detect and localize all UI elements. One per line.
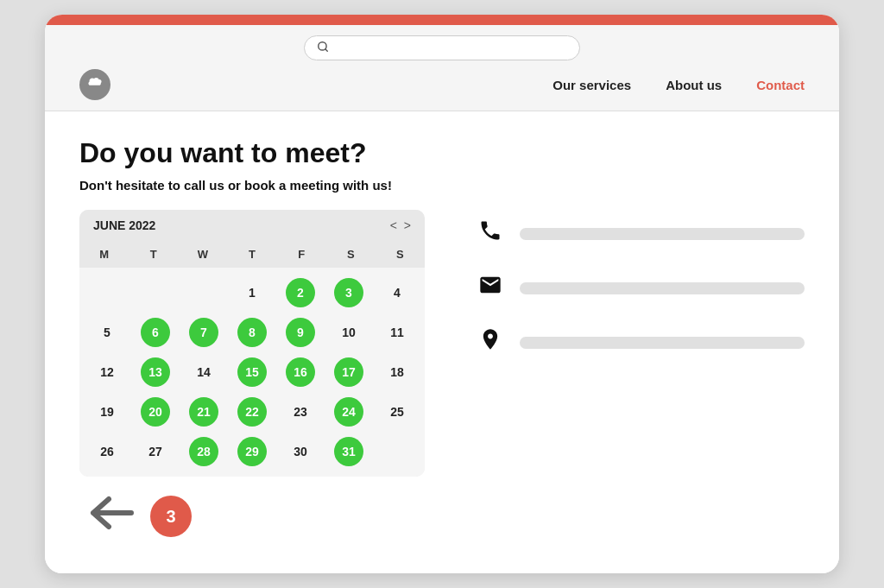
day-22[interactable]: 22 [237,397,267,427]
day-5[interactable]: 5 [92,318,122,347]
day-22-cell[interactable]: 22 [228,394,276,430]
day-15-cell[interactable]: 15 [228,354,276,390]
main-section: JUNE 2022 < > M T W T F [79,210,805,539]
day-3-cell[interactable]: 3 [325,275,373,311]
day-28-cell[interactable]: 28 [180,433,228,470]
phone-info-bar [520,228,805,240]
day-21[interactable]: 21 [189,397,218,427]
nav-link-about[interactable]: About us [666,78,722,92]
day-20[interactable]: 20 [141,397,170,427]
day-31[interactable]: 31 [334,437,363,466]
badge-value: 3 [166,507,175,527]
page-title: Do you want to meet? [79,137,805,169]
day-7-cell[interactable]: 7 [180,314,228,351]
calendar-prev[interactable]: < [390,218,397,232]
day-6[interactable]: 6 [141,318,170,347]
day-17[interactable]: 17 [334,357,363,387]
day-9[interactable]: 9 [286,318,315,347]
day-23-cell[interactable]: 23 [276,394,325,430]
nav-link-services[interactable]: Our services [552,78,631,92]
logo-area [79,69,110,100]
day-1[interactable]: 1 [237,278,267,307]
day-25-cell[interactable]: 25 [373,394,421,430]
page-subtitle: Don't hesitate to call us or book a meet… [79,178,805,193]
day-26[interactable]: 26 [92,437,122,466]
day-16-cell[interactable]: 16 [276,354,325,390]
day-25[interactable]: 25 [382,397,412,427]
day-1-cell[interactable]: 1 [228,275,276,311]
day-5-cell[interactable]: 5 [83,314,131,351]
calendar-next[interactable]: > [404,218,411,232]
search-bar[interactable] [304,35,580,60]
day-8[interactable]: 8 [237,318,267,347]
day-2[interactable]: 2 [286,278,315,307]
day-19[interactable]: 19 [92,397,122,427]
day-2-cell[interactable]: 2 [276,275,325,311]
day-6-cell[interactable]: 6 [131,314,180,351]
notification-badge: 3 [150,496,192,537]
day-10-cell[interactable]: 10 [325,314,373,351]
weekday-t1: T [129,241,178,268]
day-13-cell[interactable]: 13 [131,354,180,390]
day-27-cell[interactable]: 27 [131,433,180,470]
day-10[interactable]: 10 [334,318,363,347]
day-28[interactable]: 28 [189,437,218,466]
browser-chrome: Our services About us Contact [45,25,839,111]
day-16[interactable]: 16 [286,357,315,387]
day-13[interactable]: 13 [141,357,170,387]
email-icon [477,273,504,303]
day-4-cell[interactable]: 4 [373,275,421,311]
svg-line-1 [325,49,328,52]
day-4[interactable]: 4 [382,278,412,307]
arrow-badge-section: 3 [88,494,425,539]
day-18[interactable]: 18 [382,357,412,387]
day-cell: 0 [131,275,180,311]
calendar-nav[interactable]: < > [390,218,411,232]
day-17-cell[interactable]: 17 [325,354,373,390]
day-30[interactable]: 30 [286,437,315,466]
day-12-cell[interactable]: 12 [83,354,131,390]
page-content: Do you want to meet? Don't hesitate to c… [45,111,839,573]
day-3[interactable]: 3 [334,278,363,307]
nav-link-contact[interactable]: Contact [756,78,805,92]
day-cell: 0 [180,275,228,311]
weekday-t2: T [227,241,276,268]
day-18-cell[interactable]: 18 [373,354,421,390]
day-20-cell[interactable]: 20 [131,394,180,430]
day-29[interactable]: 29 [237,437,267,466]
browser-window: Our services About us Contact Do you wan… [45,15,839,573]
email-info-bar [520,282,805,294]
phone-icon [477,218,504,249]
nav-bar: Our services About us Contact [62,69,822,100]
day-24-cell[interactable]: 24 [325,394,373,430]
day-30-cell[interactable]: 30 [276,433,325,470]
day-19-cell[interactable]: 19 [83,394,131,430]
day-14[interactable]: 14 [189,357,218,387]
calendar-weekdays: M T W T F S S [79,241,425,268]
contact-email-row [477,273,805,303]
day-21-cell[interactable]: 21 [180,394,228,430]
day-15[interactable]: 15 [237,357,267,387]
day-11[interactable]: 11 [382,318,412,347]
day-26-cell[interactable]: 26 [83,433,131,470]
day-8-cell[interactable]: 8 [228,314,276,351]
day-14-cell[interactable]: 14 [180,354,228,390]
day-12[interactable]: 12 [92,357,122,387]
day-11-cell[interactable]: 11 [373,314,421,351]
day-7[interactable]: 7 [189,318,218,347]
search-bar-container [304,35,580,60]
search-input[interactable] [336,41,567,54]
day-24[interactable]: 24 [334,397,363,427]
day-cell: 0 [83,275,131,311]
day-27[interactable]: 27 [141,437,170,466]
day-9-cell[interactable]: 9 [276,314,325,351]
weekday-m: M [79,241,129,268]
day-cell-empty: 0 [373,433,421,470]
day-23[interactable]: 23 [286,397,315,427]
contact-phone-row [477,218,805,249]
weekday-w: W [178,241,227,268]
location-icon [477,327,504,357]
day-31-cell[interactable]: 31 [325,433,373,470]
day-29-cell[interactable]: 29 [228,433,276,470]
calendar-section: JUNE 2022 < > M T W T F [79,210,425,539]
